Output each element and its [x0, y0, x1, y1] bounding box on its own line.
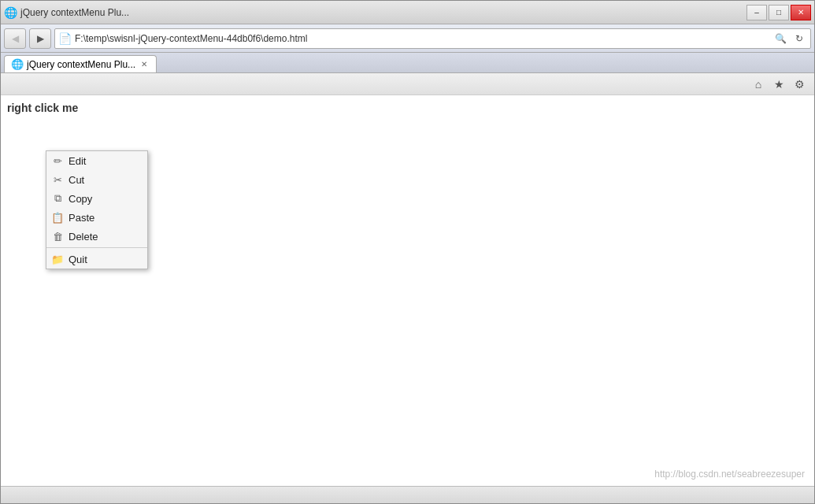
maximize-button[interactable]: □ [769, 5, 789, 20]
toolbar-icons: ⌂ ★ ⚙ [750, 76, 808, 93]
address-bar: 📄 🔍 ↻ [54, 28, 811, 49]
context-menu-item-edit[interactable]: ✏ Edit [46, 151, 147, 170]
browser-window: 🌐 jQuery contextMenu Plu... – □ ✕ ◀ ▶ 📄 … [0, 0, 815, 504]
home-button[interactable]: ⌂ [750, 76, 767, 93]
delete-icon: 🗑 [51, 230, 64, 243]
status-bar [1, 486, 814, 503]
refresh-button[interactable]: ↻ [791, 31, 807, 46]
context-menu-item-delete[interactable]: 🗑 Delete [46, 227, 147, 246]
context-menu-item-paste[interactable]: 📋 Paste [46, 208, 147, 227]
cut-icon: ✂ [51, 173, 64, 186]
forward-button[interactable]: ▶ [29, 28, 51, 49]
nav-bar: ◀ ▶ 📄 🔍 ↻ [1, 24, 814, 53]
edit-icon: ✏ [51, 154, 64, 167]
address-input[interactable] [75, 33, 769, 44]
edit-label: Edit [69, 155, 86, 167]
quit-label: Quit [69, 254, 87, 265]
watermark: http://blog.csdn.net/seabreezesuper [654, 469, 805, 480]
context-menu-item-copy[interactable]: ⧉ Copy [46, 189, 147, 208]
favorites-button[interactable]: ★ [770, 76, 787, 93]
title-bar-left: 🌐 jQuery contextMenu Plu... [4, 6, 129, 19]
title-bar: 🌐 jQuery contextMenu Plu... – □ ✕ [1, 1, 814, 24]
star-icon: ★ [774, 78, 784, 91]
back-button[interactable]: ◀ [4, 28, 26, 49]
context-menu-item-quit[interactable]: 📁 Quit [46, 250, 147, 269]
tab-icon: 🌐 [11, 58, 24, 70]
toolbar-row: ⌂ ★ ⚙ [1, 73, 814, 95]
gear-icon: ⚙ [795, 78, 805, 91]
active-tab[interactable]: 🌐 jQuery contextMenu Plu... ✕ [4, 55, 157, 72]
delete-label: Delete [69, 231, 98, 243]
page-icon: 📄 [58, 32, 72, 45]
menu-separator [46, 247, 147, 248]
tab-close-button[interactable]: ✕ [139, 59, 150, 70]
tab-bar: 🌐 jQuery contextMenu Plu... ✕ [1, 53, 814, 73]
window-controls: – □ ✕ [746, 5, 811, 20]
close-button[interactable]: ✕ [791, 5, 811, 20]
ie-logo: 🌐 [4, 6, 17, 19]
copy-icon: ⧉ [51, 192, 64, 205]
context-menu-item-cut[interactable]: ✂ Cut [46, 170, 147, 189]
quit-icon: 📁 [51, 253, 64, 265]
cut-label: Cut [69, 174, 84, 186]
page-body-text: right click me [7, 102, 78, 114]
paste-icon: 📋 [51, 211, 64, 224]
minimize-button[interactable]: – [746, 5, 767, 20]
page-content: right click me ✏ Edit ✂ Cut ⧉ Copy 📋 Pas… [1, 95, 814, 486]
paste-label: Paste [69, 212, 94, 224]
forward-icon: ▶ [37, 33, 44, 44]
back-icon: ◀ [12, 33, 19, 44]
search-button[interactable]: 🔍 [772, 31, 788, 46]
home-icon: ⌂ [755, 78, 761, 91]
window-title: jQuery contextMenu Plu... [20, 7, 129, 18]
copy-label: Copy [69, 193, 92, 205]
tab-label: jQuery contextMenu Plu... [27, 59, 135, 70]
context-menu: ✏ Edit ✂ Cut ⧉ Copy 📋 Paste 🗑 Delete 📁 [46, 150, 148, 269]
settings-button[interactable]: ⚙ [791, 76, 808, 93]
